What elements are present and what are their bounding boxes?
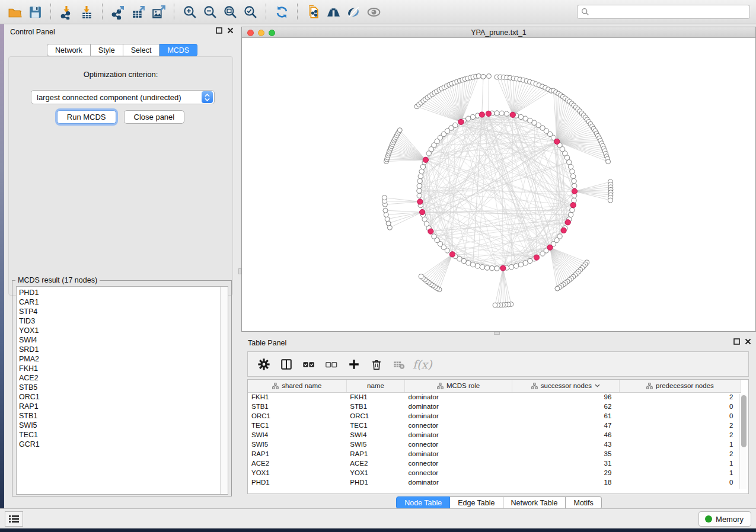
cell-name[interactable]: TEC1 bbox=[346, 421, 404, 430]
tab-network-table[interactable]: Network Table bbox=[503, 496, 566, 509]
float-table-panel-icon[interactable] bbox=[733, 338, 740, 345]
table-scrollbar-thumb[interactable] bbox=[741, 395, 747, 447]
cell-mcds_role[interactable]: connector bbox=[405, 440, 512, 449]
table-row[interactable]: STB1STB1dominator620 bbox=[248, 402, 741, 411]
network-canvas[interactable] bbox=[242, 38, 755, 331]
table-row[interactable]: FKH1FKH1dominator962 bbox=[248, 392, 741, 402]
import-network-button[interactable] bbox=[56, 2, 76, 21]
column-header-mcds_role[interactable]: MCDS role bbox=[405, 380, 512, 392]
cell-predecessor_nodes[interactable]: 1 bbox=[619, 459, 741, 468]
import-table-button[interactable] bbox=[76, 2, 97, 21]
network-window-titlebar[interactable]: YPA_prune.txt_1 bbox=[242, 27, 755, 38]
close-window-icon[interactable] bbox=[247, 30, 254, 36]
table-row[interactable]: TEC1TEC1connector472 bbox=[248, 421, 741, 430]
cell-name[interactable]: FKH1 bbox=[346, 392, 404, 402]
column-header-name[interactable]: name bbox=[346, 380, 404, 392]
cell-shared_name[interactable]: YOX1 bbox=[248, 468, 346, 477]
zoom-fit-button[interactable] bbox=[220, 2, 240, 21]
mcds-result-item[interactable]: STP4 bbox=[19, 307, 220, 316]
cell-name[interactable]: ACE2 bbox=[346, 459, 404, 468]
tab-mcds[interactable]: MCDS bbox=[160, 44, 197, 56]
cell-predecessor_nodes[interactable]: 2 bbox=[619, 421, 741, 430]
minimize-window-icon[interactable] bbox=[258, 30, 264, 36]
cell-shared_name[interactable]: FKH1 bbox=[248, 392, 346, 402]
close-table-panel-icon[interactable] bbox=[745, 338, 751, 345]
mcds-list-scrollbar[interactable] bbox=[220, 287, 228, 494]
cell-mcds_role[interactable]: connector bbox=[405, 459, 512, 468]
table-row[interactable]: YOX1YOX1connector291 bbox=[248, 468, 741, 477]
deselect-all-button[interactable] bbox=[321, 354, 341, 374]
cell-successor_nodes[interactable]: 47 bbox=[512, 421, 619, 430]
column-header-predecessor_nodes[interactable]: predecessor nodes bbox=[619, 380, 741, 392]
cell-successor_nodes[interactable]: 62 bbox=[512, 402, 619, 411]
cell-name[interactable]: SWI4 bbox=[346, 430, 404, 440]
mcds-result-item[interactable]: TID3 bbox=[19, 316, 220, 326]
table-row[interactable]: ORC1ORC1dominator610 bbox=[248, 411, 741, 421]
mcds-result-item[interactable]: ORC1 bbox=[19, 392, 220, 402]
mcds-result-item[interactable]: SWI4 bbox=[19, 335, 220, 345]
mcds-result-item[interactable]: ACE2 bbox=[19, 373, 220, 383]
table-row[interactable]: PHD1PHD1dominator180 bbox=[248, 477, 741, 487]
cell-successor_nodes[interactable]: 43 bbox=[512, 440, 619, 449]
cell-mcds_role[interactable]: dominator bbox=[405, 392, 512, 402]
cell-predecessor_nodes[interactable]: 1 bbox=[619, 440, 741, 449]
close-panel-button[interactable]: Close panel bbox=[124, 110, 185, 124]
search-input[interactable] bbox=[592, 6, 746, 18]
hide-details-button[interactable] bbox=[343, 2, 363, 21]
cell-name[interactable]: ORC1 bbox=[346, 411, 404, 421]
cell-predecessor_nodes[interactable]: 0 bbox=[619, 477, 741, 487]
mcds-result-item[interactable]: SWI5 bbox=[19, 421, 220, 430]
tab-motifs[interactable]: Motifs bbox=[566, 496, 601, 509]
split-view-button[interactable] bbox=[276, 354, 296, 374]
column-header-shared_name[interactable]: shared name bbox=[248, 380, 346, 392]
cell-predecessor_nodes[interactable]: 0 bbox=[619, 402, 741, 411]
cell-mcds_role[interactable]: connector bbox=[405, 468, 512, 477]
mcds-result-item[interactable]: CAR1 bbox=[19, 297, 220, 307]
cell-successor_nodes[interactable]: 31 bbox=[512, 459, 619, 468]
cell-predecessor_nodes[interactable]: 0 bbox=[619, 411, 741, 421]
mcds-result-item[interactable]: PHD1 bbox=[19, 288, 220, 297]
zoom-out-button[interactable] bbox=[200, 2, 220, 21]
table-row[interactable]: RAP1RAP1dominator352 bbox=[248, 449, 741, 459]
cell-successor_nodes[interactable]: 18 bbox=[512, 477, 619, 487]
zoom-in-button[interactable] bbox=[180, 2, 200, 21]
cell-mcds_role[interactable]: dominator bbox=[405, 402, 512, 411]
open-folder-button[interactable] bbox=[5, 2, 25, 21]
cell-name[interactable]: YOX1 bbox=[346, 468, 404, 477]
maximize-window-icon[interactable] bbox=[269, 30, 275, 36]
run-mcds-button[interactable]: Run MCDS bbox=[57, 110, 116, 124]
cell-predecessor_nodes[interactable]: 2 bbox=[619, 449, 741, 459]
cell-shared_name[interactable]: STB1 bbox=[248, 402, 346, 411]
cell-successor_nodes[interactable]: 96 bbox=[512, 392, 619, 402]
mcds-result-item[interactable]: SRD1 bbox=[19, 345, 220, 354]
mcds-result-item[interactable]: YOX1 bbox=[19, 326, 220, 335]
refresh-layout-button[interactable] bbox=[272, 2, 292, 21]
tab-edge-table[interactable]: Edge Table bbox=[450, 496, 503, 509]
show-eye-button[interactable] bbox=[363, 2, 384, 21]
select-all-button[interactable] bbox=[299, 354, 318, 374]
cell-successor_nodes[interactable]: 35 bbox=[512, 449, 619, 459]
share-document-button[interactable] bbox=[303, 2, 323, 21]
cell-predecessor_nodes[interactable]: 2 bbox=[619, 392, 741, 402]
tab-network[interactable]: Network bbox=[47, 44, 91, 56]
mcds-result-item[interactable]: FKH1 bbox=[19, 364, 220, 373]
cell-successor_nodes[interactable]: 29 bbox=[512, 468, 619, 477]
cell-successor_nodes[interactable]: 46 bbox=[512, 430, 619, 440]
settings-button[interactable] bbox=[254, 354, 273, 374]
cell-shared_name[interactable]: TEC1 bbox=[248, 421, 346, 430]
cell-mcds_role[interactable]: connector bbox=[405, 421, 512, 430]
add-row-button[interactable] bbox=[344, 354, 363, 374]
export-image-button[interactable] bbox=[148, 2, 168, 21]
zoom-selected-button[interactable] bbox=[240, 2, 260, 21]
cell-predecessor_nodes[interactable]: 1 bbox=[619, 468, 741, 477]
cell-shared_name[interactable]: RAP1 bbox=[248, 449, 346, 459]
cell-shared_name[interactable]: SWI4 bbox=[248, 430, 346, 440]
network-svg[interactable] bbox=[242, 38, 755, 331]
tab-node-table[interactable]: Node Table bbox=[396, 496, 450, 509]
cell-name[interactable]: PHD1 bbox=[346, 477, 404, 487]
export-network-button[interactable] bbox=[108, 2, 128, 21]
delete-row-button[interactable] bbox=[366, 354, 386, 374]
tab-select[interactable]: Select bbox=[123, 44, 160, 56]
table-row[interactable]: SWI4SWI4dominator462 bbox=[248, 430, 741, 440]
cell-shared_name[interactable]: SWI5 bbox=[248, 440, 346, 449]
